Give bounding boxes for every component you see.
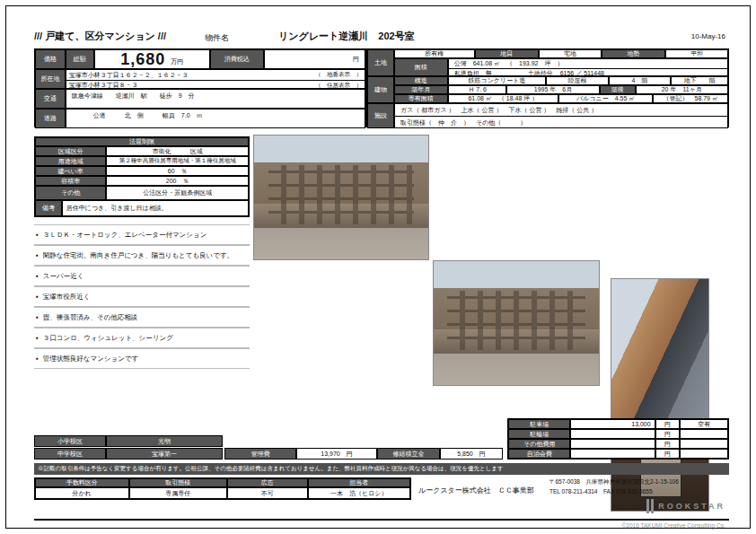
fee-row-label: 駐車場 (508, 419, 570, 429)
price-total-label: 総額 (66, 49, 94, 69)
facilities-line1: ガス（ 都市ガス ） 上水（ 公営 ） 下水（ 公営 ） 雑排（ 公共 ） (395, 104, 727, 117)
logo-bars-icon (646, 499, 654, 513)
company-tel-fax: TEL 078-211-4314 FAX 078-332-3655 (549, 488, 720, 496)
school-value: 宝塚第一 (106, 448, 223, 460)
balcony-photo (611, 278, 709, 433)
legal-row-value: 公法区分・景観条例区域 (106, 186, 249, 200)
land-share-label: 土地持分 (528, 69, 553, 77)
building-built-year: 1995 年 6月 (506, 85, 599, 94)
land-area-line1: 公簿 641.08 ㎡ （ 193.92 坪 ） (449, 59, 727, 69)
footer-divider (34, 519, 729, 521)
fee-row-note (680, 429, 728, 439)
feature-item: 閑静な住宅街。南向き住戸につき、陽当りもとても良いです。 (34, 245, 250, 266)
fee-row-unit: 円 (655, 439, 681, 449)
legal-row-label: 容積率 (35, 176, 106, 186)
legal-row-label: 区域区分 (35, 146, 106, 156)
building-built-label: 築年月 (394, 85, 448, 94)
contact-value: 分かれ (35, 487, 129, 499)
tax-label: 消費税込 (210, 49, 264, 69)
contact-value: 専属専任 (129, 487, 227, 499)
building-balcony: バルコニー 4.55 ㎡ (558, 94, 653, 103)
building-photo-2 (433, 260, 600, 386)
legal-row-value: 市街化 区域 (106, 146, 249, 156)
fee-row-value: 13,000 (570, 419, 655, 429)
company-postal-address: 〒657-0038 兵庫県神戸市灘区深田北2-1-15-106 (549, 478, 720, 486)
address-line2-note: （ 住居表示 ） (315, 82, 362, 90)
fee-row-value (570, 439, 655, 449)
school-row-elementary: 小学校区 光明 (34, 435, 223, 447)
building-age: 20 年 11ヶ月 (636, 85, 728, 94)
building-floors: 4 階 (609, 76, 672, 85)
feature-item: 宝塚市役所近く (34, 286, 250, 307)
fee-row-unit: 円 (655, 419, 681, 429)
property-name: リングレート逆瀬川 202号室 (278, 30, 415, 43)
price-label: 価格 (35, 49, 66, 69)
land-terrain-label: 地勢 (602, 49, 666, 58)
fee-row-unit: 円 (655, 429, 681, 439)
section-label-column: 土地 建物 施設 (366, 48, 393, 127)
feature-item: 畳、襖張替済み、その他応相談 (34, 307, 250, 328)
remarks-label: 備考 (35, 200, 62, 216)
address-label: 所在地 (35, 69, 66, 89)
fee-row-note: 空有 (680, 419, 728, 429)
tax-unit: 円 (353, 55, 359, 64)
building-structure: 鉄筋コンクリート造 (448, 76, 546, 85)
fee-row-value (570, 429, 655, 439)
building-registered-area: （登記） 58.79 ㎡ (653, 94, 728, 103)
company-name: ルークスター株式会社 ＣＣ事業部 (418, 486, 534, 495)
contact-header: 手数料区分 (35, 478, 129, 487)
rookstar-logo: ROOKSTAR (646, 499, 725, 513)
doc-type: /// 戸建て、区分マンション /// (34, 30, 166, 43)
feature-item: ３ＬＤＫ・オートロック、エレベーター付マンション (34, 224, 250, 245)
land-area-label: 面積 (394, 58, 448, 76)
building-basement: 地下 階 (671, 76, 728, 85)
price-unit: 万円 (171, 57, 183, 66)
contact-header: 担当者 (308, 478, 410, 487)
fee-row-note (680, 439, 728, 449)
contact-header: 取引態様 (129, 478, 227, 487)
address-line2: 宝塚市小林３丁目８－３ (69, 81, 138, 89)
repair-fund-value: 5,850 円 (440, 448, 503, 460)
facilities-line2: 取引態様（ 仲 介 ） その他（ ） (395, 117, 727, 128)
property-name-label: 物件名 (205, 32, 229, 44)
legal-table: 法規制限 区域区分 市街化 区域 用途地域 第２種中高層住居専用地域・第１種住居… (34, 136, 250, 217)
legal-row-label: 用途地域 (35, 156, 106, 166)
repair-fund-label: 修繕積立金 (377, 448, 440, 460)
address-line1-note: （ 地番表示 ） (315, 71, 362, 79)
mgmt-fee-value: 13,970 円 (296, 448, 377, 460)
fee-row-label: その他費用 (508, 439, 570, 449)
school-label: 小学校区 (34, 435, 106, 447)
access-label: 交通 (35, 89, 66, 109)
road-label: 道路 (35, 109, 66, 128)
building-age-label: 築後 (600, 85, 636, 94)
land-category-label: 地目 (475, 49, 540, 58)
feature-list: ３ＬＤＫ・オートロック、エレベーター付マンション 閑静な住宅街。南向き住戸につき… (34, 224, 250, 369)
land-rights-value: 所有権 (394, 49, 475, 58)
contact-table: 手数料区分 取引態様 広告 担当者 分かれ 専属専任 不可 一木 浩（ヒロシ） (34, 477, 411, 500)
parking-fee-table: 駐車場 13,000 円 空有 駐輪場 円 その他費用 円 自治会費 円 (507, 418, 729, 460)
feature-item: スーパー近く (34, 266, 250, 286)
building-area: 61.08 ㎡ （ 18.48 坪 ） (448, 94, 558, 103)
disclaimer-bar: ※記載の取引条件は予告なく変更する場合が有ります。公租公課、その他必要諸経費は含… (34, 463, 729, 475)
building-roof: 陸屋根 (546, 76, 609, 85)
copyright-text: ©2016 TAKUMI Creative Consulting Co. (622, 522, 725, 529)
main-spec-table: 価格 総額 1,680 万円 消費税込 円 所在地 宝塚市小林３丁目１６２－２、… (34, 48, 729, 127)
feature-item: ３口コンロ、ウォシュレット、シーリング (34, 328, 250, 348)
fee-row-value (570, 449, 655, 459)
legal-row-label: その他 (35, 186, 106, 200)
left-spec-table: 価格 総額 1,680 万円 消費税込 円 所在地 宝塚市小林３丁目１６２－２、… (34, 48, 366, 127)
fee-row-note (680, 449, 728, 459)
school-value: 光明 (106, 435, 223, 447)
land-area-line2: 私道負担 無 (454, 69, 492, 77)
price-amount: 1,680 (120, 50, 165, 69)
logo-text: ROOKSTAR (658, 502, 725, 511)
fee-row-unit: 円 (655, 449, 681, 459)
facilities-section-label: 施設 (367, 103, 394, 128)
contact-value: 一木 浩（ヒロシ） (308, 487, 410, 499)
contact-value: 不可 (227, 487, 308, 499)
building-photo-1 (253, 135, 429, 260)
land-section-label: 土地 (367, 49, 394, 76)
legal-row-value: 200 ％ (106, 176, 249, 186)
legal-title: 法規制限 (35, 137, 249, 146)
right-spec-table: 所有権 地目 宅地 地勢 平坦 面積 公簿 641.08 ㎡ （ 193.92 … (393, 48, 729, 127)
